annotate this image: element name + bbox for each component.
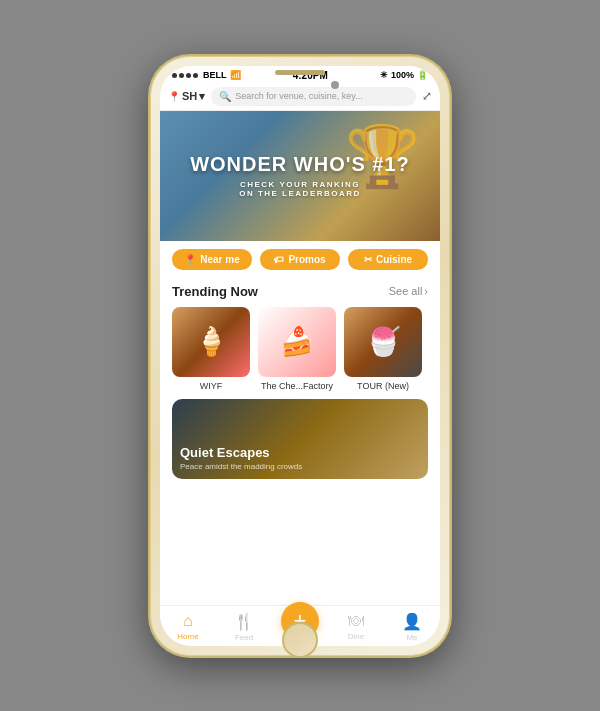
see-all-link[interactable]: See all ›	[389, 285, 428, 297]
location-pin-icon: 📍	[168, 91, 180, 102]
hero-subtitle-line1: CHECK YOUR RANKING	[190, 180, 410, 189]
hero-subtitle: CHECK YOUR RANKING ON THE LEADERBOARD	[190, 180, 410, 198]
home-icon: ⌂	[183, 612, 193, 630]
near-me-icon: 📍	[184, 254, 196, 265]
cuisine-icon: ✂	[364, 254, 372, 265]
signal-dots	[172, 73, 198, 78]
phone-speaker	[275, 70, 325, 75]
cuisine-button[interactable]: ✂ Cuisine	[348, 249, 428, 270]
featured-title: Quiet Escapes	[180, 445, 302, 460]
feed-icon: 🍴	[234, 612, 254, 631]
hero-title: WONDER WHO'S #1?	[190, 153, 410, 176]
battery-label: 100%	[391, 70, 414, 80]
tab-home[interactable]: ⌂ Home	[160, 612, 216, 641]
dine-icon: 🍽	[348, 612, 364, 630]
trending-label-wiyf: WIYF	[172, 381, 250, 391]
search-placeholder-text: Search for venue, cuisine, key...	[235, 91, 362, 101]
search-bar[interactable]: 🔍 Search for venue, cuisine, key...	[211, 87, 416, 106]
chevron-right-icon: ›	[424, 285, 428, 297]
home-button[interactable]	[282, 622, 318, 658]
home-label: Home	[177, 632, 198, 641]
feed-label: Feed	[235, 633, 253, 642]
section-header: Trending Now See all ›	[160, 278, 440, 303]
trending-label-tour: TOUR (New)	[344, 381, 422, 391]
dropdown-icon: ▾	[199, 90, 205, 103]
hero-text: WONDER WHO'S #1? CHECK YOUR RANKING ON T…	[190, 153, 410, 198]
me-icon: 👤	[402, 612, 422, 631]
phone-screen: BELL 📶 4:20PM ✳ 100% 🔋 📍 SH ▾ 🔍 Search f…	[160, 66, 440, 646]
phone-frame: BELL 📶 4:20PM ✳ 100% 🔋 📍 SH ▾ 🔍 Search f…	[150, 56, 450, 656]
status-left: BELL 📶	[172, 70, 241, 80]
see-all-label: See all	[389, 285, 423, 297]
me-label: Me	[406, 633, 417, 642]
near-me-button[interactable]: 📍 Near me	[172, 249, 252, 270]
trending-image-che: 🍰	[258, 307, 336, 377]
featured-banner[interactable]: Quiet Escapes Peace amidst the madding c…	[172, 399, 428, 479]
wifi-icon: 📶	[230, 70, 241, 80]
battery-icon: 🔋	[417, 70, 428, 80]
trending-scroll: 🍦 WIYF 🍰 The Che...Factory 🍧 TOUR (New)	[160, 303, 440, 399]
dine-label: Dine	[348, 632, 364, 641]
tab-feed[interactable]: 🍴 Feed	[216, 612, 272, 642]
list-item[interactable]: 🍧 TOUR (New)	[344, 307, 422, 391]
expand-icon[interactable]: ⤢	[422, 89, 432, 103]
status-right: ✳ 100% 🔋	[380, 70, 428, 80]
trending-title: Trending Now	[172, 284, 258, 299]
hero-subtitle-line2: ON THE LEADERBOARD	[190, 189, 410, 198]
featured-subtitle: Peace amidst the madding crowds	[180, 462, 302, 471]
location-selector[interactable]: 📍 SH ▾	[168, 90, 205, 103]
tab-dine[interactable]: 🍽 Dine	[328, 612, 384, 641]
list-item[interactable]: 🍦 WIYF	[172, 307, 250, 391]
promos-button[interactable]: 🏷 Promos	[260, 249, 340, 270]
tab-me[interactable]: 👤 Me	[384, 612, 440, 642]
trending-image-wiyf: 🍦	[172, 307, 250, 377]
carrier-label: BELL	[203, 70, 227, 80]
hero-banner[interactable]: 🏆 WONDER WHO'S #1? CHECK YOUR RANKING ON…	[160, 111, 440, 241]
trending-label-che: The Che...Factory	[258, 381, 336, 391]
filter-bar: 📍 Near me 🏷 Promos ✂ Cuisine	[160, 241, 440, 278]
search-icon: 🔍	[219, 91, 231, 102]
near-me-label: Near me	[200, 254, 239, 265]
trending-image-tour: 🍧	[344, 307, 422, 377]
phone-camera	[331, 81, 339, 89]
location-label: SH	[182, 90, 197, 102]
bluetooth-icon: ✳	[380, 70, 388, 80]
nav-bar: 📍 SH ▾ 🔍 Search for venue, cuisine, key.…	[160, 83, 440, 111]
cuisine-label: Cuisine	[376, 254, 412, 265]
featured-bg: Quiet Escapes Peace amidst the madding c…	[172, 399, 428, 479]
featured-text: Quiet Escapes Peace amidst the madding c…	[180, 445, 302, 471]
list-item[interactable]: 🍰 The Che...Factory	[258, 307, 336, 391]
promos-label: Promos	[288, 254, 325, 265]
promos-icon: 🏷	[274, 254, 284, 265]
